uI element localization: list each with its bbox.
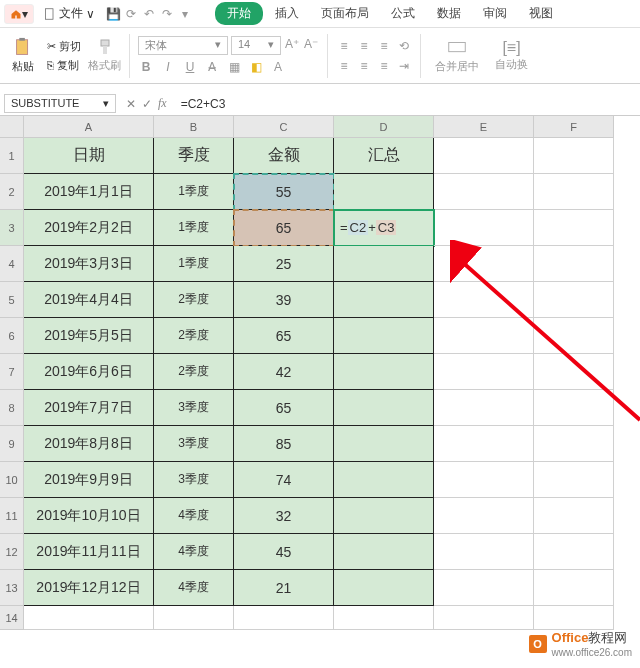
cell[interactable]: [434, 282, 534, 318]
cell[interactable]: 45: [234, 534, 334, 570]
cell[interactable]: 2019年10月10日: [24, 498, 154, 534]
cell[interactable]: 2019年4月4日: [24, 282, 154, 318]
cell[interactable]: 2季度: [154, 354, 234, 390]
confirm-icon[interactable]: ✓: [142, 97, 152, 111]
underline-icon[interactable]: U: [182, 59, 198, 75]
font-select[interactable]: 宋体▾: [138, 36, 228, 55]
cell[interactable]: 4季度: [154, 534, 234, 570]
cell[interactable]: [534, 354, 614, 390]
cell[interactable]: 25: [234, 246, 334, 282]
row-header[interactable]: 13: [0, 570, 24, 606]
cell[interactable]: [334, 390, 434, 426]
cell[interactable]: 2019年8月8日: [24, 426, 154, 462]
tab-start[interactable]: 开始: [215, 2, 263, 25]
cell[interactable]: 3季度: [154, 426, 234, 462]
dropdown-icon[interactable]: ▾: [177, 6, 193, 22]
cell[interactable]: 季度: [154, 138, 234, 174]
row-header[interactable]: 10: [0, 462, 24, 498]
cell[interactable]: 2019年3月3日: [24, 246, 154, 282]
strike-icon[interactable]: A̶: [204, 59, 220, 75]
border-icon[interactable]: ▦: [226, 59, 242, 75]
row-header[interactable]: 6: [0, 318, 24, 354]
align-left-icon[interactable]: ≡: [336, 58, 352, 74]
cell[interactable]: [434, 318, 534, 354]
cell-c2[interactable]: 55: [234, 174, 334, 210]
copy-button[interactable]: ⎘复制: [44, 57, 84, 74]
format-brush[interactable]: 格式刷: [88, 38, 121, 73]
row-header[interactable]: 5: [0, 282, 24, 318]
cell[interactable]: [434, 174, 534, 210]
row-header[interactable]: 11: [0, 498, 24, 534]
cell[interactable]: [434, 534, 534, 570]
row-header[interactable]: 8: [0, 390, 24, 426]
cell[interactable]: [24, 606, 154, 630]
cell[interactable]: 2019年1月1日: [24, 174, 154, 210]
cell[interactable]: [234, 606, 334, 630]
cell-d3-editing[interactable]: = C2 + C3: [334, 210, 434, 246]
col-header[interactable]: F: [534, 116, 614, 138]
cell[interactable]: 2019年6月6日: [24, 354, 154, 390]
cell[interactable]: 2季度: [154, 282, 234, 318]
home-icon-button[interactable]: ▾: [4, 4, 34, 24]
align-right-icon[interactable]: ≡: [376, 58, 392, 74]
cell[interactable]: [534, 606, 614, 630]
tab-data[interactable]: 数据: [427, 1, 471, 26]
cell[interactable]: 42: [234, 354, 334, 390]
cell[interactable]: [334, 246, 434, 282]
bold-icon[interactable]: B: [138, 59, 154, 75]
tab-layout[interactable]: 页面布局: [311, 1, 379, 26]
col-header[interactable]: E: [434, 116, 534, 138]
tab-review[interactable]: 审阅: [473, 1, 517, 26]
cancel-icon[interactable]: ✕: [126, 97, 136, 111]
cell[interactable]: [154, 606, 234, 630]
tab-view[interactable]: 视图: [519, 1, 563, 26]
decrease-font-icon[interactable]: A⁻: [303, 36, 319, 52]
tab-formula[interactable]: 公式: [381, 1, 425, 26]
cell[interactable]: [534, 462, 614, 498]
cell[interactable]: [434, 354, 534, 390]
cell[interactable]: 金额: [234, 138, 334, 174]
align-mid-icon[interactable]: ≡: [356, 38, 372, 54]
undo-icon[interactable]: ↶: [141, 6, 157, 22]
name-box[interactable]: SUBSTITUTE▾: [4, 94, 116, 113]
cell[interactable]: 3季度: [154, 390, 234, 426]
row-header[interactable]: 3: [0, 210, 24, 246]
row-header[interactable]: 4: [0, 246, 24, 282]
paste-button[interactable]: 粘贴: [6, 37, 40, 74]
fontcolor-icon[interactable]: A: [270, 59, 286, 75]
redo-icon[interactable]: ↷: [159, 6, 175, 22]
cell[interactable]: [534, 138, 614, 174]
indent-icon[interactable]: ⇥: [396, 58, 412, 74]
cell[interactable]: [334, 354, 434, 390]
cut-button[interactable]: ✂剪切: [44, 38, 84, 55]
col-header[interactable]: D: [334, 116, 434, 138]
cell[interactable]: 2季度: [154, 318, 234, 354]
cell[interactable]: [534, 210, 614, 246]
cell[interactable]: [534, 174, 614, 210]
cell[interactable]: 2019年9月9日: [24, 462, 154, 498]
cell[interactable]: 汇总: [334, 138, 434, 174]
row-header[interactable]: 9: [0, 426, 24, 462]
cell[interactable]: [334, 426, 434, 462]
cell[interactable]: 39: [234, 282, 334, 318]
cell[interactable]: 32: [234, 498, 334, 534]
row-header[interactable]: 1: [0, 138, 24, 174]
merge-button[interactable]: 合并居中: [429, 37, 485, 74]
cell[interactable]: 85: [234, 426, 334, 462]
cell[interactable]: [334, 534, 434, 570]
cell[interactable]: [334, 570, 434, 606]
cell[interactable]: 2019年2月2日: [24, 210, 154, 246]
cell[interactable]: 21: [234, 570, 334, 606]
cell[interactable]: 1季度: [154, 210, 234, 246]
cell[interactable]: [434, 138, 534, 174]
cell[interactable]: [434, 390, 534, 426]
cell[interactable]: [434, 498, 534, 534]
cell[interactable]: [434, 426, 534, 462]
cell[interactable]: [534, 390, 614, 426]
cell[interactable]: [534, 318, 614, 354]
cell[interactable]: 3季度: [154, 462, 234, 498]
fx-icon[interactable]: fx: [158, 96, 167, 111]
select-all-corner[interactable]: [0, 116, 24, 138]
row-header[interactable]: 7: [0, 354, 24, 390]
cell[interactable]: [534, 498, 614, 534]
